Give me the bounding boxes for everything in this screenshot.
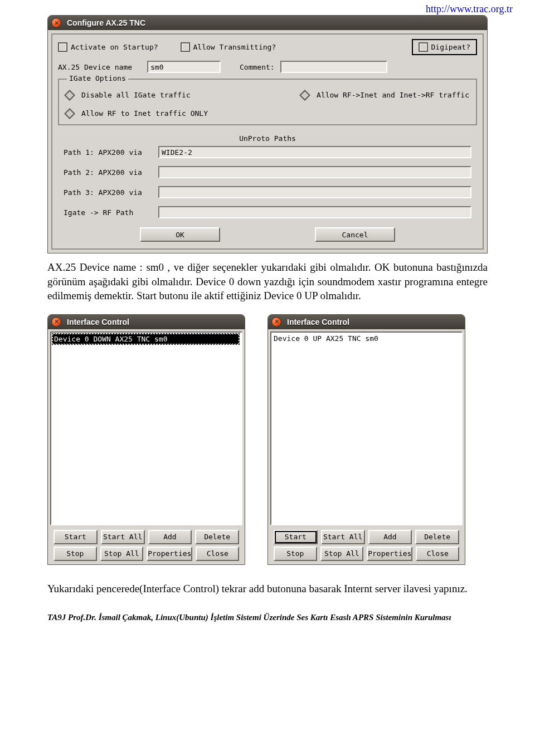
device-item-up[interactable]: Device 0 UP AX25 TNC sm0 (273, 334, 460, 343)
allow-tx-label: Allow Transmitting? (193, 43, 276, 51)
igate-opt2-label: Allow RF->Inet and Inet->RF traffic (317, 91, 469, 99)
checkbox-icon (181, 42, 190, 52)
device-item-down[interactable]: Device 0 DOWN AX25 TNC sm0 (52, 334, 239, 344)
close-button[interactable]: Close (416, 547, 459, 561)
digipeat-label: Digipeat? (431, 43, 470, 51)
igate-legend: IGate Options (67, 74, 128, 82)
start-button[interactable]: Start (274, 530, 318, 544)
device-name-value: sm0 (150, 63, 163, 71)
ok-button[interactable]: OK (140, 227, 220, 242)
properties-button[interactable]: Properties (147, 547, 192, 561)
titlebar: ✕ Configure AX.25 TNC (48, 16, 487, 30)
igate-allow-both-radio[interactable]: Allow RF->Inet and Inet->RF traffic (301, 91, 469, 99)
path1-value: WIDE2-2 (162, 148, 192, 157)
activate-label: Activate on Startup? (71, 43, 158, 51)
stop-button[interactable]: Stop (274, 547, 317, 561)
header-url: http://www.trac.org.tr (0, 0, 535, 15)
body-paragraph-2: Yukarıdaki pencerede(Interface Control) … (0, 565, 535, 607)
path3-label: Path 3: APX200 via (64, 188, 158, 197)
igate-disable-radio[interactable]: Disable all IGate traffic (66, 91, 191, 99)
path2-input[interactable] (158, 166, 471, 178)
allow-transmitting-check[interactable]: Allow Transmitting? (181, 42, 276, 52)
configure-ax25-window: ✕ Configure AX.25 TNC Activate on Startu… (47, 15, 488, 253)
stop-button[interactable]: Stop (54, 547, 97, 561)
comment-input[interactable] (280, 61, 387, 73)
start-all-button[interactable]: Start All (321, 530, 365, 544)
device-list[interactable]: Device 0 UP AX25 TNC sm0 (270, 331, 463, 525)
cancel-button[interactable]: Cancel (315, 227, 395, 242)
stop-all-button[interactable]: Stop All (320, 547, 364, 561)
device-name-input[interactable]: sm0 (147, 61, 221, 73)
path2-label: Path 2: APX200 via (64, 168, 158, 177)
path1-input[interactable]: WIDE2-2 (158, 146, 471, 158)
close-button[interactable]: Close (196, 547, 239, 561)
unproto-header: UnProto Paths (58, 134, 477, 143)
igate-opt1-label: Disable all IGate traffic (81, 91, 191, 99)
comment-label: Comment: (240, 63, 275, 71)
close-icon[interactable]: ✕ (51, 18, 61, 28)
start-button[interactable]: Start (54, 530, 98, 544)
digipeat-check[interactable]: Digipeat? (412, 39, 477, 55)
window-title: Interface Control (67, 318, 129, 326)
body-paragraph-1: AX.25 Device name : sm0 , ve diğer seçen… (0, 253, 535, 314)
interface-control-left-window: ✕ Interface Control Device 0 DOWN AX25 T… (47, 314, 245, 565)
titlebar: ✕ Interface Control (48, 315, 245, 329)
checkbox-icon (58, 42, 67, 52)
close-icon[interactable]: ✕ (51, 317, 61, 327)
delete-button[interactable]: Delete (415, 530, 459, 544)
add-button[interactable]: Add (148, 530, 192, 544)
interface-control-right-window: ✕ Interface Control Device 0 UP AX25 TNC… (268, 314, 465, 565)
igate-options-group: IGate Options Disable all IGate traffic … (58, 79, 477, 125)
radio-icon (64, 90, 75, 101)
delete-button[interactable]: Delete (195, 530, 239, 544)
footer-credit: TA9J Prof.Dr. İsmail Çakmak, Linux(Ubunt… (0, 607, 535, 633)
activate-on-startup-check[interactable]: Activate on Startup? (58, 42, 158, 52)
device-name-label: AX.25 Device name (58, 63, 142, 71)
titlebar: ✕ Interface Control (268, 315, 465, 329)
igate-opt3-label: Allow RF to Inet traffic ONLY (81, 109, 208, 118)
device-list[interactable]: Device 0 DOWN AX25 TNC sm0 (50, 331, 242, 525)
add-button[interactable]: Add (368, 530, 412, 544)
radio-icon (64, 108, 75, 119)
igate-rf-path-label: Igate -> RF Path (64, 208, 158, 217)
window-title: Configure AX.25 TNC (67, 18, 145, 27)
radio-icon (299, 90, 310, 101)
checkbox-icon (419, 42, 428, 52)
igate-rf-only-radio[interactable]: Allow RF to Inet traffic ONLY (66, 109, 208, 118)
close-icon[interactable]: ✕ (271, 317, 281, 327)
properties-button[interactable]: Properties (367, 547, 412, 561)
stop-all-button[interactable]: Stop All (100, 547, 144, 561)
start-all-button[interactable]: Start All (101, 530, 145, 544)
igate-rf-path-input[interactable] (158, 206, 471, 218)
path1-label: Path 1: APX200 via (64, 148, 158, 157)
window-title: Interface Control (287, 318, 349, 326)
path3-input[interactable] (158, 186, 471, 198)
